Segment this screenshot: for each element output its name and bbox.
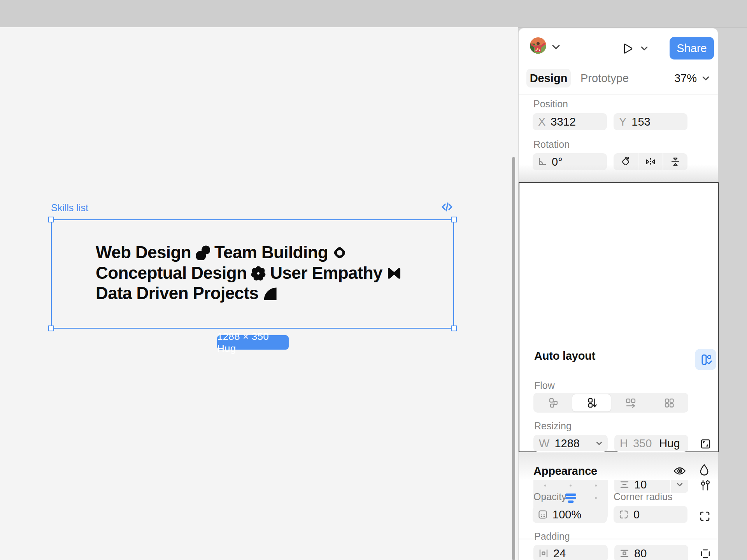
appearance-title: Appearance bbox=[533, 465, 597, 478]
corner-radius-field[interactable]: 0 bbox=[614, 506, 687, 523]
flow-wrap-icon bbox=[663, 397, 675, 409]
bowtie-glyph bbox=[387, 266, 402, 281]
individual-corners-button[interactable] bbox=[697, 509, 712, 523]
auto-layout-settings-button[interactable] bbox=[695, 349, 716, 370]
skills-heading-text[interactable]: Web Design Team Building Conceptual Desi… bbox=[96, 242, 477, 304]
corner-radius-value: 0 bbox=[633, 508, 640, 521]
code-layer-icon[interactable] bbox=[441, 201, 453, 212]
x-position-field[interactable]: X 3312 bbox=[533, 113, 607, 130]
w-field-key: W bbox=[539, 437, 549, 450]
x-field-value: 3312 bbox=[551, 116, 576, 128]
quarter-circle-glyph bbox=[263, 286, 277, 301]
skills-text-segment: Data Driven Projects bbox=[96, 284, 258, 303]
skills-text-segment: Team Building bbox=[214, 243, 328, 262]
vertical-padding-field[interactable]: 80 bbox=[614, 545, 688, 560]
frame-label[interactable]: Skills list bbox=[51, 202, 88, 214]
align-dot[interactable] bbox=[544, 485, 546, 486]
eye-icon bbox=[673, 466, 686, 476]
h-field-key: H bbox=[620, 437, 628, 450]
canvas[interactable]: Skills list Web Design Team Building Con… bbox=[0, 27, 518, 560]
flow-vertical-option[interactable] bbox=[572, 394, 611, 412]
flow-horizontal-icon bbox=[625, 397, 637, 409]
zoom-level-control[interactable]: 37% bbox=[674, 69, 709, 88]
opacity-label: Opacity bbox=[533, 491, 566, 502]
auto-layout-icon bbox=[699, 353, 712, 366]
resizing-label: Resizing bbox=[534, 420, 572, 432]
tab-prototype[interactable]: Prototype bbox=[580, 69, 629, 88]
double-dot-glyph bbox=[195, 245, 210, 260]
zoom-level-value: 37% bbox=[674, 72, 697, 85]
y-field-key: Y bbox=[619, 116, 626, 128]
gap-dropdown-button[interactable] bbox=[671, 483, 688, 486]
skills-text-segment: Conceptual Design bbox=[96, 263, 247, 282]
aspect-lock-icon bbox=[700, 439, 711, 449]
play-icon[interactable] bbox=[621, 42, 634, 55]
horizontal-padding-field[interactable]: 24 bbox=[533, 545, 608, 560]
individual-padding-icon bbox=[700, 549, 710, 559]
diamond-ring-glyph bbox=[332, 245, 347, 260]
align-center-icon[interactable] bbox=[565, 493, 577, 504]
figma-window: Skills list Web Design Team Building Con… bbox=[0, 0, 747, 560]
flow-segmented-control bbox=[533, 393, 688, 413]
corner-radius-label: Corner radius bbox=[614, 491, 672, 502]
width-chevron-down-icon[interactable] bbox=[596, 441, 602, 445]
y-field-value: 153 bbox=[631, 116, 650, 128]
padding-label: Padding bbox=[534, 531, 570, 542]
horizontal-padding-value: 24 bbox=[553, 547, 566, 560]
position-label: Position bbox=[533, 98, 568, 110]
blend-mode-button[interactable] bbox=[696, 462, 713, 478]
avatar-chevron-down-icon[interactable] bbox=[552, 45, 560, 49]
auto-layout-title: Auto layout bbox=[534, 350, 595, 362]
share-button[interactable]: Share bbox=[670, 37, 714, 60]
selection-handle-top-left[interactable] bbox=[48, 217, 54, 222]
visibility-button[interactable] bbox=[671, 464, 688, 478]
align-dot[interactable] bbox=[570, 485, 572, 486]
h-field-mode: Hug bbox=[659, 437, 680, 450]
flow-wrap-option[interactable] bbox=[650, 393, 688, 413]
right-panel: Share Design Prototype 37% Position X 33… bbox=[518, 28, 718, 560]
zoom-chevron-down-icon bbox=[702, 76, 709, 80]
corner-radius-icon bbox=[619, 510, 628, 519]
section-fade bbox=[519, 164, 718, 182]
padding-horizontal-icon bbox=[539, 549, 548, 558]
avatar[interactable] bbox=[530, 37, 546, 54]
y-position-field[interactable]: Y 153 bbox=[614, 113, 687, 130]
height-field[interactable]: H 350 Hug bbox=[614, 435, 688, 452]
individual-corners-icon bbox=[700, 511, 710, 522]
tab-design[interactable]: Design bbox=[526, 69, 571, 88]
individual-padding-button[interactable] bbox=[698, 547, 713, 560]
aspect-lock-button[interactable] bbox=[698, 436, 713, 451]
tabs-divider bbox=[519, 94, 718, 95]
selection-handle-top-right[interactable] bbox=[451, 217, 457, 222]
h-field-value: 350 bbox=[633, 437, 652, 450]
w-field-value: 1288 bbox=[554, 437, 580, 450]
canvas-scrollbar[interactable] bbox=[512, 157, 515, 560]
play-chevron-down-icon[interactable] bbox=[641, 46, 648, 51]
opacity-value: 100% bbox=[552, 508, 581, 521]
width-field[interactable]: W 1288 bbox=[533, 435, 608, 452]
flower-glyph bbox=[251, 266, 266, 281]
gap-chevron-down-icon bbox=[677, 483, 683, 486]
flow-horizontal-option[interactable] bbox=[611, 393, 650, 413]
window-topbar bbox=[0, 0, 747, 28]
skills-text-segment: User Empathy bbox=[270, 263, 382, 282]
vertical-padding-value: 80 bbox=[634, 547, 647, 560]
gap-icon bbox=[620, 481, 629, 488]
align-dot[interactable] bbox=[595, 485, 597, 486]
rotation-label: Rotation bbox=[533, 139, 570, 150]
selection-handle-bottom-left[interactable] bbox=[48, 326, 54, 331]
flow-freeform-option[interactable] bbox=[533, 393, 572, 413]
padding-vertical-icon bbox=[620, 549, 629, 558]
flow-label: Flow bbox=[534, 380, 555, 391]
fill-section-divider bbox=[519, 539, 718, 539]
size-badge: 1288 × 350 Hug bbox=[217, 335, 289, 350]
auto-layout-section: Auto layout Flow bbox=[519, 182, 719, 452]
flow-freeform-icon bbox=[547, 397, 559, 409]
flow-vertical-icon bbox=[586, 397, 598, 409]
skills-text-segment: Web Design bbox=[96, 243, 191, 262]
selection-handle-bottom-right[interactable] bbox=[451, 326, 457, 331]
align-dot[interactable] bbox=[595, 497, 597, 499]
opacity-field[interactable]: 100% bbox=[533, 506, 607, 523]
x-field-key: X bbox=[538, 116, 545, 128]
blend-drop-icon bbox=[699, 464, 709, 476]
